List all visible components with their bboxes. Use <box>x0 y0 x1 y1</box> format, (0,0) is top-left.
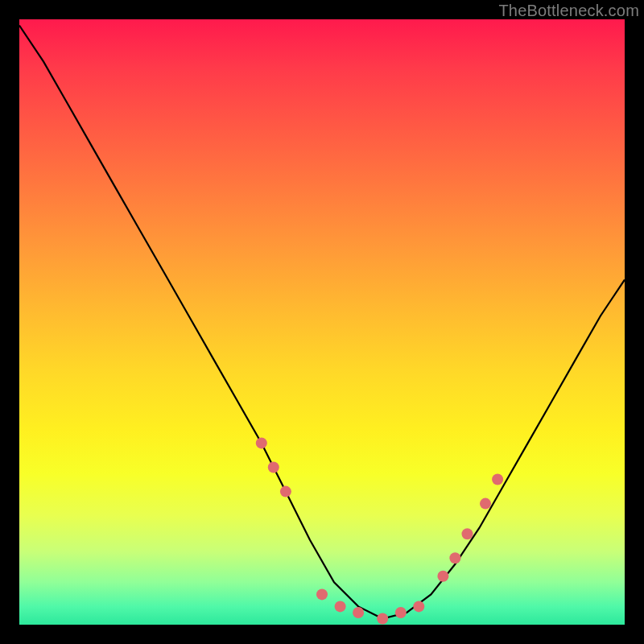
data-marker <box>395 607 407 618</box>
data-marker <box>413 601 424 612</box>
chart-frame: TheBottleneck.com <box>0 0 644 644</box>
data-marker <box>280 486 291 497</box>
watermark-label: TheBottleneck.com <box>498 2 639 20</box>
data-marker <box>377 613 388 625</box>
data-marker <box>492 474 503 485</box>
data-marker <box>335 601 346 612</box>
data-marker <box>449 552 460 564</box>
plot-area <box>19 19 625 625</box>
data-marker <box>480 498 491 510</box>
data-marker <box>437 571 448 582</box>
data-marker <box>268 462 279 473</box>
data-marker <box>316 588 328 600</box>
chart-svg <box>19 19 625 625</box>
data-marker <box>462 528 473 539</box>
data-marker <box>256 437 267 448</box>
data-marker <box>353 607 364 618</box>
bottleneck-curve <box>19 26 625 619</box>
marker-group <box>256 437 503 624</box>
